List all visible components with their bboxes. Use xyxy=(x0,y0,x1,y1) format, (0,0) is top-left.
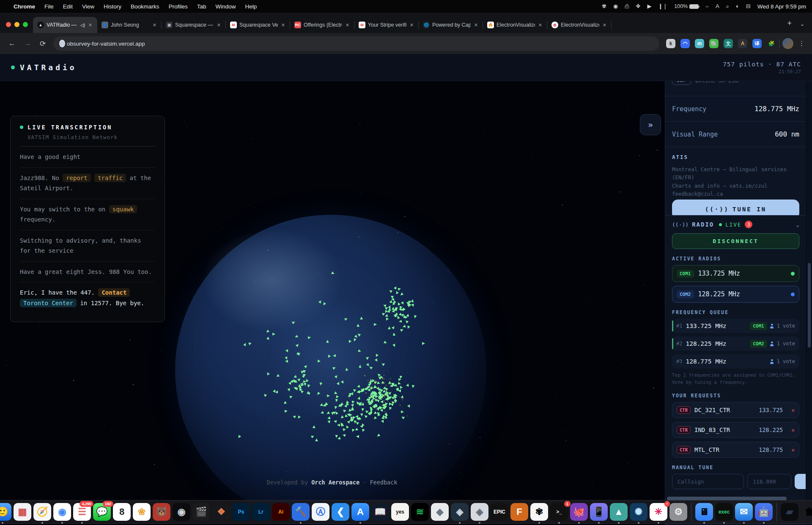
aircraft-marker[interactable] xyxy=(400,328,404,332)
tab-close-icon[interactable]: ✕ xyxy=(88,22,93,28)
aircraft-marker[interactable] xyxy=(354,428,358,432)
dock-icon-xcode[interactable]: Ⓐ xyxy=(312,503,329,521)
menu-item-help[interactable]: Help xyxy=(245,3,257,10)
aircraft-marker[interactable] xyxy=(343,433,346,437)
aircraft-marker[interactable] xyxy=(391,296,394,299)
aircraft-marker[interactable] xyxy=(380,400,383,403)
aircraft-marker[interactable] xyxy=(266,337,270,341)
dock-icon-media-player[interactable]: ◉ xyxy=(173,503,190,521)
reload-button[interactable]: ⟳ xyxy=(40,39,46,48)
active-radio-row[interactable]: COM2128.225 MHz xyxy=(672,286,799,303)
aircraft-marker[interactable] xyxy=(382,304,386,307)
browser-tab[interactable]: ◍ElectronVisualize✕ xyxy=(547,17,612,33)
aircraft-marker[interactable] xyxy=(411,299,414,303)
aircraft-marker[interactable] xyxy=(356,435,359,438)
aircraft-marker[interactable] xyxy=(394,286,398,290)
dock-icon-fusion[interactable]: F xyxy=(510,503,528,521)
dock-icon-finder[interactable]: 🙂 xyxy=(0,503,11,521)
extension-icon[interactable]: ◠ xyxy=(680,39,690,48)
callsign-input[interactable] xyxy=(672,474,744,489)
zoom-window-button[interactable] xyxy=(23,22,28,27)
aircraft-marker[interactable] xyxy=(360,413,363,417)
browser-tab[interactable]: MYour Stripe verifi✕ xyxy=(354,17,419,33)
browser-tab[interactable]: ▣Squarespace — L✕ xyxy=(162,17,226,33)
tab-close-icon[interactable]: ✕ xyxy=(409,22,414,28)
aircraft-marker[interactable] xyxy=(401,410,404,414)
aircraft-marker[interactable] xyxy=(392,332,395,336)
browser-tab[interactable]: RCOfferings (Electro✕ xyxy=(290,17,354,33)
aircraft-marker[interactable] xyxy=(315,438,318,441)
dock-icon-davinci-resolve[interactable]: ❖ xyxy=(212,503,230,521)
aircraft-marker[interactable] xyxy=(311,435,315,438)
tab-close-icon[interactable]: ✕ xyxy=(152,22,157,28)
url-text[interactable]: obsurvey-for-vatsim.vercel.app xyxy=(67,41,653,47)
dock-icon-slack[interactable]: ✳• xyxy=(650,503,667,521)
aircraft-marker[interactable] xyxy=(396,386,400,391)
dock-icon-launchpad[interactable]: ▦ xyxy=(14,503,31,521)
aircraft-marker[interactable] xyxy=(385,317,389,322)
aircraft-marker[interactable] xyxy=(342,427,346,431)
aircraft-marker[interactable] xyxy=(328,420,332,424)
dock-icon-nordvpn[interactable]: ▲ xyxy=(610,503,628,521)
extension-icon[interactable]: 译 xyxy=(752,39,762,48)
forward-button[interactable]: → xyxy=(24,39,31,48)
frequency-queue-row[interactable]: #3128.775 MHz1 vote xyxy=(672,354,799,369)
aircraft-marker[interactable] xyxy=(399,375,403,379)
aircraft-marker[interactable] xyxy=(392,306,395,309)
aircraft-marker[interactable] xyxy=(388,407,392,410)
dock-icon-minimized-window[interactable]: ▰ xyxy=(781,503,798,521)
back-button[interactable]: ← xyxy=(8,39,16,48)
aircraft-marker[interactable] xyxy=(384,314,388,317)
menubar-icon[interactable]: ⌕ xyxy=(726,3,729,9)
aircraft-marker[interactable] xyxy=(355,415,358,418)
aircraft-marker[interactable] xyxy=(292,415,296,418)
aircraft-marker[interactable] xyxy=(401,301,405,305)
aircraft-marker[interactable] xyxy=(395,290,399,294)
chevron-down-icon[interactable]: ⌄ xyxy=(796,221,799,228)
tab-close-icon[interactable]: ✕ xyxy=(280,22,286,28)
dock-icon-spotify[interactable]: ≋ xyxy=(411,503,429,521)
aircraft-marker[interactable] xyxy=(404,319,409,323)
aircraft-marker[interactable] xyxy=(266,371,269,375)
aircraft-marker[interactable] xyxy=(376,434,380,438)
manual-tune-button[interactable] xyxy=(795,474,806,489)
dock-icon-kindle[interactable]: 📖 xyxy=(371,503,389,521)
aircraft-marker[interactable] xyxy=(406,313,409,317)
aircraft-marker[interactable] xyxy=(389,300,392,304)
dock-icon-system-settings[interactable]: ⚙ xyxy=(669,503,687,521)
dock-icon-photos[interactable]: ❀ xyxy=(133,503,151,521)
omnibox[interactable]: ⍜ obsurvey-for-vatsim.vercel.app ☆ xyxy=(53,36,659,51)
aircraft-marker[interactable] xyxy=(397,301,401,305)
aircraft-marker[interactable] xyxy=(392,344,396,347)
dock-icon-chatgpt[interactable]: ✾ xyxy=(530,503,548,521)
menubar-icon[interactable]: ⊟ xyxy=(746,3,751,9)
aircraft-marker[interactable] xyxy=(248,342,252,345)
menu-item-window[interactable]: Window xyxy=(215,3,236,10)
aircraft-marker[interactable] xyxy=(402,325,406,328)
aircraft-marker[interactable] xyxy=(388,305,392,309)
dock-icon-messages[interactable]: 💬192 xyxy=(93,503,111,521)
aircraft-marker[interactable] xyxy=(337,437,341,440)
remove-request-button[interactable]: ✕ xyxy=(791,447,795,453)
aircraft-marker[interactable] xyxy=(391,325,395,330)
extension-icon[interactable]: A xyxy=(738,39,747,48)
disconnect-button[interactable]: DISCONNECT xyxy=(672,233,799,249)
aircraft-marker[interactable] xyxy=(353,416,356,419)
tab-close-icon[interactable]: ✕ xyxy=(538,22,543,28)
tab-close-icon[interactable]: ✕ xyxy=(216,22,222,28)
bookmark-star-icon[interactable]: ☆ xyxy=(59,40,65,47)
dock-icon-lightroom[interactable]: Lr xyxy=(252,503,270,521)
menu-item-history[interactable]: History xyxy=(104,3,121,10)
tab-search-chevron[interactable]: ⌄ xyxy=(798,21,812,33)
aircraft-marker[interactable] xyxy=(297,416,301,420)
globe-visualization[interactable] xyxy=(175,215,486,525)
tab-audio-icon[interactable]: ◁) xyxy=(80,23,85,27)
dock-icon-yes-ebook[interactable]: yes xyxy=(391,503,409,521)
browser-tab[interactable]: MSquarespace Veri✕ xyxy=(226,17,290,33)
menubar-icon[interactable]: ⎙ xyxy=(625,3,629,9)
dock-icon-epic-games[interactable]: EPIC xyxy=(491,503,508,521)
menu-item-chrome[interactable]: Chrome xyxy=(14,3,35,10)
dock-icon-phone-mirroring[interactable]: 📱 xyxy=(590,503,608,521)
aircraft-marker[interactable] xyxy=(337,424,340,427)
frequency-input[interactable] xyxy=(747,474,791,489)
